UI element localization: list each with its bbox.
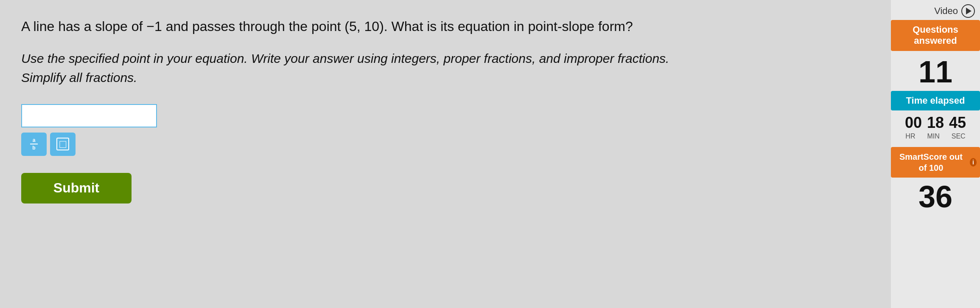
timer-row: 00 18 45 xyxy=(891,110,980,133)
fraction-icon: a b xyxy=(30,138,38,150)
time-elapsed-box: Time elapsed xyxy=(891,91,980,110)
main-content: A line has a slope of −1 and passes thro… xyxy=(0,0,891,308)
question-text: A line has a slope of −1 and passes thro… xyxy=(21,17,785,36)
timer-min: 18 xyxy=(927,114,944,132)
questions-answered-label: Questions answered xyxy=(913,24,958,46)
time-elapsed-label: Time elapsed xyxy=(906,95,965,106)
answer-input[interactable] xyxy=(21,104,157,127)
timer-labels: HR MIN SEC xyxy=(891,133,980,144)
answer-area: a b □ xyxy=(21,104,870,156)
sidebar: Video Questions answered 11 Time elapsed… xyxy=(891,0,980,308)
instruction-text: Use the specified point in your equation… xyxy=(21,49,700,87)
submit-button[interactable]: Submit xyxy=(21,173,132,203)
fraction-button[interactable]: a b xyxy=(21,133,47,156)
tool-buttons: a b □ xyxy=(21,133,870,156)
smartscore-value: 36 xyxy=(891,178,980,214)
video-play-button[interactable] xyxy=(961,4,975,18)
sec-label: SEC xyxy=(952,133,966,140)
questions-count: 11 xyxy=(891,51,980,91)
video-label: Video xyxy=(934,6,958,17)
paren-icon: □ xyxy=(56,138,69,150)
video-row: Video xyxy=(891,0,980,20)
parenthesis-button[interactable]: □ xyxy=(50,133,76,156)
questions-answered-box: Questions answered xyxy=(891,20,980,51)
smartscore-box: SmartScore out of 100 i xyxy=(891,147,980,178)
play-icon xyxy=(966,8,972,14)
timer-hr: 00 xyxy=(905,114,922,132)
hr-label: HR xyxy=(905,133,915,140)
smartscore-label: SmartScore out of 100 xyxy=(894,151,968,173)
timer-sec: 45 xyxy=(949,114,966,132)
min-label: MIN xyxy=(927,133,939,140)
info-icon[interactable]: i xyxy=(970,158,977,167)
